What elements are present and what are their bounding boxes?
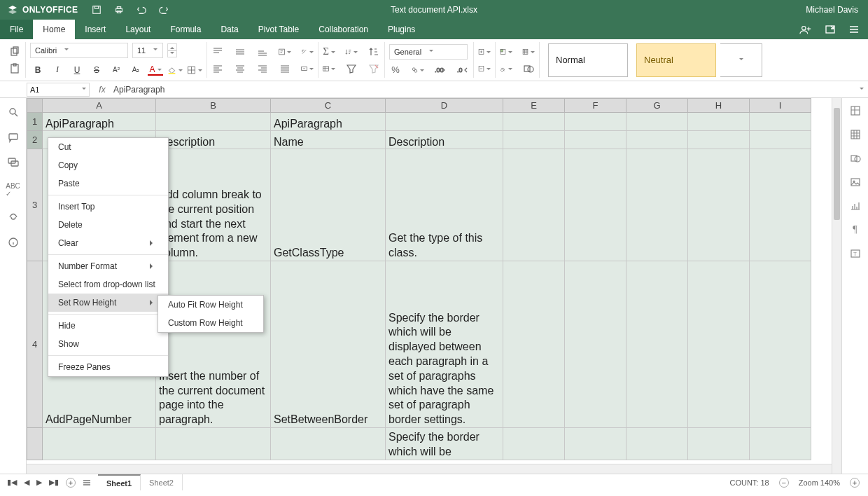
strike-button[interactable]: S [89, 62, 104, 78]
ctx-sub-auto-fit-row-height[interactable]: Auto Fit Row Height [158, 296, 263, 314]
cell[interactable] [503, 261, 565, 428]
cell[interactable]: Description [386, 131, 503, 149]
ctx-copy[interactable]: Copy [48, 156, 168, 174]
cell-settings-icon[interactable] [850, 105, 861, 116]
row-header[interactable] [27, 428, 43, 460]
style-neutral[interactable]: Neutral [636, 43, 716, 77]
ctx-freeze-panes[interactable]: Freeze Panes [48, 358, 168, 376]
cell[interactable] [565, 113, 626, 131]
tab-file[interactable]: File [0, 20, 33, 39]
cell[interactable] [750, 149, 811, 261]
zoom-in-button[interactable]: + [850, 478, 860, 488]
cell[interactable] [750, 113, 811, 131]
cell[interactable] [271, 428, 386, 460]
align-top-icon[interactable] [211, 46, 224, 58]
font-color-button[interactable]: A [148, 64, 163, 76]
tab-layout[interactable]: Layout [115, 20, 160, 39]
merge-button[interactable] [301, 62, 314, 75]
cell[interactable] [503, 149, 565, 261]
superscript-button[interactable]: A² [108, 62, 124, 78]
align-bottom-icon[interactable] [256, 46, 269, 58]
align-center-icon[interactable] [234, 62, 246, 75]
text-art-settings-icon[interactable]: T [850, 248, 861, 259]
cell[interactable] [43, 428, 156, 460]
subscript-button[interactable]: A₂ [128, 62, 144, 78]
row-header[interactable]: 1 [27, 113, 43, 131]
cell[interactable]: Specify the border which will be display… [386, 261, 503, 428]
cell[interactable] [386, 113, 503, 131]
cell[interactable]: ApiParagraph [43, 113, 156, 131]
cell[interactable] [565, 149, 626, 261]
ctx-select-from-drop-down-list[interactable]: Select from drop-down list [48, 275, 168, 294]
undo-icon[interactable] [136, 5, 146, 15]
shape-settings-icon[interactable] [850, 153, 861, 164]
zoom-out-button[interactable]: − [779, 478, 789, 488]
clear-filter-button[interactable] [368, 62, 380, 75]
prev-sheet-button[interactable]: ◀ [24, 478, 29, 487]
style-normal[interactable]: Normal [548, 43, 628, 77]
font-size-combo[interactable]: 11 [132, 43, 163, 58]
ctx-clear[interactable]: Clear [48, 234, 168, 252]
feedback-icon[interactable] [8, 212, 19, 223]
cell[interactable] [626, 261, 688, 428]
orientation-button[interactable] [301, 46, 314, 58]
row-header[interactable]: 3 [27, 149, 43, 261]
about-icon[interactable] [8, 237, 19, 248]
row-header[interactable]: 2 [27, 131, 43, 149]
sheet-tab-sheet2[interactable]: Sheet2 [141, 474, 183, 490]
col-header-F[interactable]: F [565, 99, 626, 113]
borders-button[interactable] [187, 62, 202, 78]
tab-data[interactable]: Data [211, 20, 248, 39]
conditional-format-button[interactable] [500, 46, 512, 58]
add-sheet-button[interactable]: + [66, 478, 76, 488]
zoom-level[interactable]: Zoom 140% [799, 478, 840, 487]
cell[interactable] [503, 131, 565, 149]
cell[interactable]: GetClassType [271, 149, 386, 261]
decrease-decimal-button[interactable]: .00 [434, 64, 447, 76]
align-left-icon[interactable] [211, 62, 224, 75]
cell[interactable]: ApiParagraph [271, 113, 386, 131]
cell[interactable] [750, 261, 811, 428]
table-settings-icon[interactable] [850, 129, 861, 140]
tab-collaboration[interactable]: Collaboration [309, 20, 378, 39]
ctx-paste[interactable]: Paste [48, 174, 168, 193]
ctx-delete[interactable]: Delete [48, 216, 168, 234]
share-icon[interactable] [799, 24, 812, 35]
italic-button[interactable]: I [50, 62, 65, 78]
cell[interactable] [688, 149, 750, 261]
increase-decimal-button[interactable]: .0 [456, 64, 469, 76]
next-sheet-button[interactable]: ▶ [36, 478, 42, 487]
tab-home[interactable]: Home [33, 20, 75, 39]
last-sheet-button[interactable]: ▶▮ [49, 478, 59, 487]
cell[interactable] [688, 131, 750, 149]
font-size-spinner[interactable] [167, 43, 177, 57]
name-box[interactable]: A1 [27, 83, 90, 97]
align-middle-icon[interactable] [234, 46, 246, 58]
hamburger-icon[interactable] [848, 24, 860, 35]
sheet-list-button[interactable] [83, 478, 91, 487]
cell[interactable]: Description [156, 131, 271, 149]
tab-formula[interactable]: Formula [160, 20, 211, 39]
ctx-cut[interactable]: Cut [48, 138, 168, 156]
paste-icon[interactable] [8, 62, 21, 75]
col-header-G[interactable]: G [626, 99, 688, 113]
image-settings-icon[interactable] [850, 177, 861, 188]
col-header-C[interactable]: C [271, 99, 386, 113]
named-ranges-button[interactable] [323, 62, 335, 75]
sheet-tab-sheet1[interactable]: Sheet1 [98, 474, 141, 490]
ctx-hide[interactable]: Hide [48, 317, 168, 335]
find-icon[interactable] [8, 106, 19, 118]
col-header-H[interactable]: H [688, 99, 750, 113]
spreadsheet-grid[interactable]: ABCDEFGHI1ApiParagraphApiParagraph2Descr… [27, 98, 841, 474]
cell[interactable] [688, 261, 750, 428]
cell[interactable] [626, 149, 688, 261]
filter-button[interactable] [345, 62, 358, 75]
vertical-scrollbar[interactable] [832, 98, 841, 474]
cell[interactable] [688, 113, 750, 131]
cell[interactable]: Insert the number of the current documen… [156, 261, 271, 428]
col-header-I[interactable]: I [750, 99, 811, 113]
cell[interactable] [750, 428, 811, 460]
horizontal-scrollbar[interactable] [27, 464, 832, 474]
style-picker-expand[interactable] [720, 43, 762, 77]
format-table-button[interactable] [522, 46, 535, 58]
